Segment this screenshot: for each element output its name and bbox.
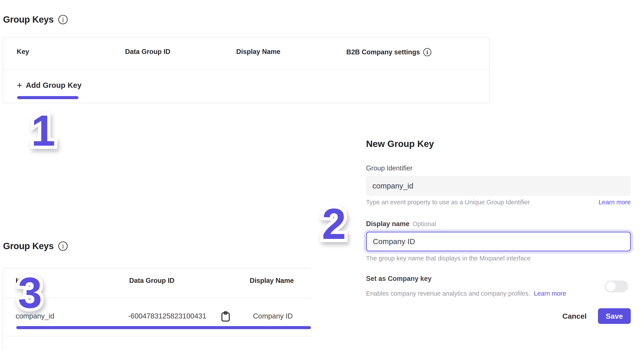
save-button[interactable]: Save bbox=[598, 308, 631, 324]
group-identifier-helper: Type an event property to use as a Uniqu… bbox=[366, 199, 530, 206]
table-header-divider bbox=[3, 69, 489, 70]
column-header-data-group-id: Data Group ID bbox=[129, 277, 174, 285]
b2b-settings-label: B2B Company settings bbox=[346, 48, 420, 56]
learn-more-link[interactable]: Learn more bbox=[534, 290, 566, 297]
learn-more-link[interactable]: Learn more bbox=[598, 199, 631, 206]
info-icon[interactable]: i bbox=[58, 241, 68, 251]
column-header-display-name: Display Name bbox=[236, 48, 280, 56]
row-display-name-cell: Company ID bbox=[253, 312, 293, 320]
group-identifier-helper-row: Type an event property to use as a Uniqu… bbox=[366, 199, 631, 206]
toggle-knob bbox=[606, 281, 616, 291]
display-name-helper: The group key name that displays in the … bbox=[366, 255, 531, 262]
display-name-input[interactable]: Company ID bbox=[366, 232, 631, 251]
add-group-key-button[interactable]: + Add Group Key bbox=[17, 80, 82, 90]
info-icon[interactable]: i bbox=[423, 48, 432, 57]
column-header-data-group-id: Data Group ID bbox=[125, 48, 170, 56]
display-name-optional: Optional bbox=[412, 220, 436, 228]
group-keys-title: Group Keys bbox=[3, 14, 54, 25]
display-name-label: Display name bbox=[366, 220, 410, 228]
svg-text:3: 3 bbox=[18, 269, 42, 313]
table-row-divider bbox=[3, 336, 311, 336]
company-key-helper-row: Enables company revenue analytics and co… bbox=[366, 290, 566, 297]
info-icon[interactable]: i bbox=[58, 15, 68, 25]
step-badge-2: 2 bbox=[313, 199, 354, 245]
column-header-key: Key bbox=[17, 48, 29, 56]
group-keys-table-top: Key Data Group ID Display Name B2B Compa… bbox=[2, 37, 490, 103]
group-keys-title: Group Keys bbox=[3, 241, 54, 251]
group-identifier-label: Group Identifier bbox=[366, 164, 412, 172]
row-key-cell: company_id bbox=[16, 312, 54, 320]
step3-highlight-underline bbox=[16, 326, 311, 329]
svg-text:i: i bbox=[62, 243, 64, 250]
group-identifier-value: company_id bbox=[372, 182, 414, 190]
column-header-display-name: Display Name bbox=[250, 277, 294, 285]
group-keys-heading-bottom: Group Keys i bbox=[3, 241, 68, 251]
svg-text:i: i bbox=[62, 16, 64, 23]
cancel-button[interactable]: Cancel bbox=[562, 312, 587, 320]
step-badge-3: 3 bbox=[10, 269, 50, 313]
step-badge-1: 1 bbox=[24, 107, 63, 150]
company-key-label: Set as Company key bbox=[366, 275, 432, 283]
copy-icon[interactable] bbox=[220, 311, 230, 322]
plus-icon: + bbox=[17, 80, 22, 90]
column-header-b2b-settings: B2B Company settings i bbox=[346, 48, 432, 57]
company-key-toggle[interactable] bbox=[605, 280, 628, 292]
display-name-label-row: Display name Optional bbox=[366, 220, 436, 228]
group-identifier-input[interactable]: company_id bbox=[366, 176, 631, 196]
svg-text:2: 2 bbox=[322, 200, 346, 245]
form-actions: Cancel Save bbox=[556, 308, 631, 324]
row-data-group-id-cell: -6004783125823100431 bbox=[68, 312, 206, 320]
display-name-value: Company ID bbox=[373, 237, 415, 246]
svg-text:i: i bbox=[426, 49, 428, 55]
svg-text:1: 1 bbox=[31, 107, 55, 150]
step1-highlight-underline bbox=[17, 96, 78, 99]
company-key-helper: Enables company revenue analytics and co… bbox=[366, 290, 530, 297]
form-title: New Group Key bbox=[366, 139, 434, 149]
add-group-key-label: Add Group Key bbox=[26, 81, 82, 90]
group-keys-heading-top: Group Keys i bbox=[3, 14, 68, 25]
